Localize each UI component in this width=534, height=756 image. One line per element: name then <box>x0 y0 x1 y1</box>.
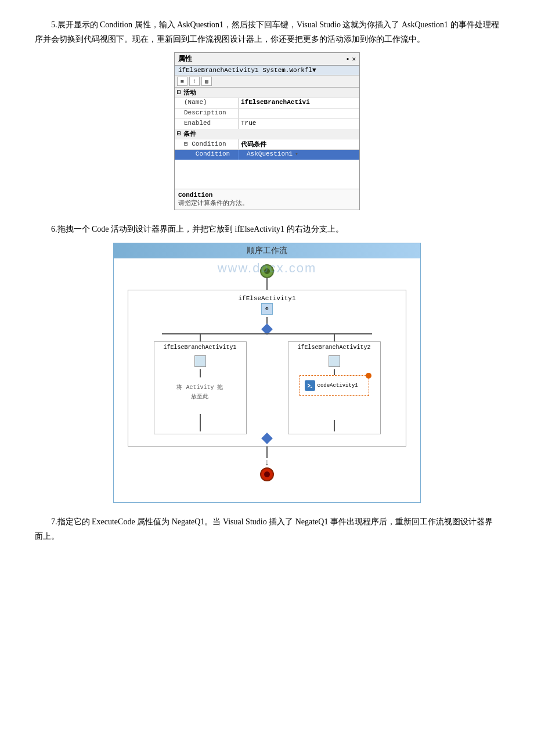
paragraph-7: 7.指定它的 ExecuteCode 属性值为 NegateQ1。当 Visua… <box>35 514 499 543</box>
props-footer: Condition 请指定计算条件的方法。 <box>175 189 359 210</box>
paragraph-6: 6.拖拽一个 Code 活动到设计器界面上，并把它放到 ifElseActivi… <box>35 222 499 236</box>
branch2-inner-line <box>334 369 335 375</box>
condition-input-text[interactable]: AskQuestion1 <box>247 150 293 157</box>
prop-row-condition-type: ⊟ Condition 代码条件 <box>175 139 359 149</box>
code-activity-corner-dot <box>366 373 371 379</box>
props-toolbar: ⊞ ↕ ▤ <box>175 75 359 88</box>
code-activity-icon <box>305 380 315 391</box>
branch-1: ifElseBranchActivity1 将 Activity 拖放至此 <box>133 333 267 434</box>
ifelse-icon: ⚙ <box>261 303 273 315</box>
merge-diamond <box>261 433 273 444</box>
workflow-body: ifElseActivity1 ⚙ ifElseBranchActivity1 <box>114 258 420 502</box>
start-inner-circle <box>264 268 270 274</box>
prop-desc-value <box>239 109 359 118</box>
branch2-box: ifElseBranchActivity2 codeActivity1 <box>288 341 381 434</box>
connector-line-2 <box>266 447 268 458</box>
ifelse-activity-icon-row: ⚙ <box>261 303 273 315</box>
branch1-icon <box>194 355 206 367</box>
props-subtitle: ifElseBranchActivity1 System.Workfl▼ <box>175 66 359 75</box>
prop-condition-type-value: 代码条件 <box>239 139 359 149</box>
props-title: 属性 <box>178 54 192 64</box>
end-inner-circle <box>264 471 270 477</box>
prop-condition-type-label: ⊟ Condition <box>175 139 239 149</box>
dropdown-arrow-icon[interactable]: ▾ <box>295 151 298 157</box>
workflow-title: 顺序工作流 <box>247 246 287 256</box>
prop-condition-value-label: Condition <box>175 150 239 160</box>
workflow-diagram: 顺序工作流 www.docx.com ifElseActivity1 ⚙ <box>113 243 421 503</box>
branch-2: ifElseBranchActivity2 codeActivity1 <box>267 333 401 434</box>
branch2-label: ifElseBranchActivity2 <box>297 344 370 351</box>
prop-row-enabled: Enabled True <box>175 118 359 129</box>
toolbar-btn-list[interactable]: ▤ <box>201 77 212 86</box>
prop-row-name: (Name) ifElseBranchActivi <box>175 98 359 108</box>
branch1-placeholder: 将 Activity 拖放至此 <box>176 383 223 402</box>
workflow-end-node <box>260 467 274 481</box>
prop-condition-value-input[interactable]: AskQuestion1 ▾ <box>239 150 359 160</box>
props-footer-title: Condition <box>178 192 356 199</box>
blue-dot-icon <box>241 152 246 156</box>
pin-icon: ▪ <box>346 56 350 63</box>
paragraph-5: 5.展开显示的 Condition 属性，输入 AskQuestion1，然后按… <box>35 17 499 46</box>
branch-hline <box>162 333 372 334</box>
props-empty-space <box>175 160 359 189</box>
prop-row-description: Description <box>175 108 359 118</box>
toolbar-btn-sort[interactable]: ↕ <box>189 77 200 86</box>
section-activities: ⊟ 活动 <box>175 88 359 98</box>
branch1-vline <box>200 333 201 341</box>
connector-line-1 <box>266 278 268 290</box>
branch1-bottom-line <box>200 414 201 431</box>
ifelse-activity-box: ifElseActivity1 ⚙ ifElseBranchActivity1 <box>128 290 406 447</box>
branch2-vline <box>334 333 335 341</box>
properties-panel: 属性 ▪ ✕ ifElseBranchActivity1 System.Work… <box>174 52 360 210</box>
branches-container: ifElseBranchActivity1 将 Activity 拖放至此 if… <box>133 333 401 434</box>
workflow-titlebar: 顺序工作流 <box>114 243 420 258</box>
branch1-inner-line <box>200 369 201 377</box>
prop-name-label: (Name) <box>175 98 239 108</box>
code-activity-inner: codeActivity1 <box>305 380 364 391</box>
workflow-start-node <box>260 264 274 278</box>
ifelse-activity-label: ifElseActivity1 <box>238 295 295 302</box>
branch2-icon <box>329 355 340 367</box>
branch2-bottom-line <box>334 420 335 431</box>
code-activity-box: codeActivity1 <box>300 375 369 396</box>
close-icon: ✕ <box>352 55 356 63</box>
code-activity-label: codeActivity1 <box>317 383 358 388</box>
arrow-down: ↓ <box>264 458 270 467</box>
branch1-box: ifElseBranchActivity1 将 Activity 拖放至此 <box>154 341 247 434</box>
prop-enabled-value: True <box>239 119 359 129</box>
prop-name-value: ifElseBranchActivi <box>239 98 359 108</box>
props-titlebar-icons: ▪ ✕ <box>346 55 356 63</box>
prop-row-condition-value[interactable]: Condition AskQuestion1 ▾ <box>175 149 359 160</box>
toolbar-btn-grid[interactable]: ⊞ <box>177 77 187 86</box>
props-titlebar: 属性 ▪ ✕ <box>175 53 359 66</box>
branch1-label: ifElseBranchActivity1 <box>163 344 236 351</box>
section-conditions: ⊟ 条件 <box>175 129 359 139</box>
prop-enabled-label: Enabled <box>175 119 239 129</box>
props-footer-desc: 请指定计算条件的方法。 <box>178 199 356 207</box>
prop-desc-label: Description <box>175 109 239 118</box>
